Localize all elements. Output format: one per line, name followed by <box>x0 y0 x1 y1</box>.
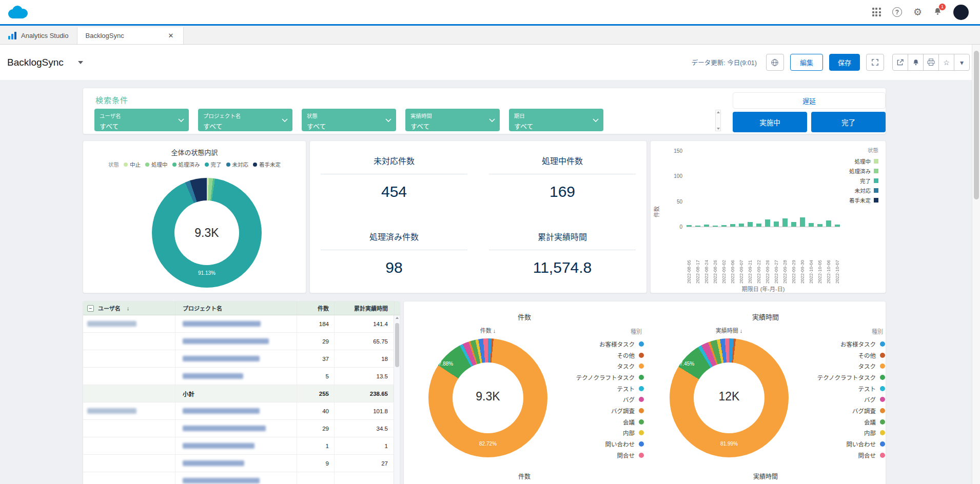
bar[interactable] <box>704 225 709 227</box>
header-count[interactable]: 件数 <box>297 301 335 315</box>
bar[interactable] <box>765 219 770 227</box>
table-row[interactable]: 11 <box>83 437 400 455</box>
legend-item[interactable]: 問合せ <box>576 450 644 461</box>
legend-item[interactable]: 会議 <box>576 416 644 428</box>
table-row[interactable]: 184141.4 <box>83 315 400 333</box>
bar[interactable] <box>809 223 814 227</box>
bar[interactable] <box>713 226 718 227</box>
legend-item[interactable]: 問い合わせ <box>817 438 885 450</box>
help-icon[interactable]: ? <box>892 7 902 17</box>
bar[interactable] <box>695 226 700 227</box>
legend-item[interactable]: バグ <box>576 394 644 405</box>
legend-item[interactable]: 中止 <box>124 160 141 168</box>
app-launcher-icon[interactable] <box>872 8 881 16</box>
legend-item[interactable]: 処理済み <box>172 160 200 168</box>
bar[interactable] <box>826 220 831 227</box>
bar[interactable] <box>835 225 840 227</box>
legend-item[interactable]: 未対応 <box>849 186 878 195</box>
table-row[interactable]: 927 <box>83 455 400 472</box>
table-row[interactable]: 3718 <box>83 350 400 368</box>
in-progress-button[interactable]: 実施中 <box>733 112 807 132</box>
legend-item[interactable]: 着手未定 <box>849 195 878 205</box>
legend-item[interactable]: 処理中 <box>145 160 168 168</box>
scrollbar-thumb[interactable] <box>395 323 399 367</box>
legend-item[interactable]: 処理済み <box>849 166 878 176</box>
filter-scrollbar[interactable] <box>715 110 721 131</box>
legend-item[interactable]: 問い合わせ <box>576 438 644 450</box>
legend-item[interactable]: 着手未定 <box>253 160 281 168</box>
explore-button[interactable] <box>766 54 784 71</box>
edit-button[interactable]: 編集 <box>790 54 823 71</box>
legend-item[interactable]: お客様タスク <box>576 338 644 350</box>
header-project[interactable]: プロジェクト名 <box>175 301 297 315</box>
bar[interactable] <box>730 224 735 227</box>
legend-item[interactable]: お客様タスク <box>817 338 885 350</box>
filter-dropdown-status[interactable]: 状態 すべて <box>302 109 396 131</box>
legend-item[interactable]: テスト <box>576 383 644 394</box>
fullscreen-button[interactable] <box>866 54 884 71</box>
filter-dropdown-hours[interactable]: 実績時間 すべて <box>405 109 500 131</box>
legend-item[interactable]: テクノクラフトタスク <box>817 372 885 383</box>
done-button[interactable]: 完了 <box>811 112 886 132</box>
bar[interactable] <box>739 224 744 227</box>
legend-item[interactable]: 会議 <box>817 416 885 428</box>
favorite-star-button[interactable]: ☆ <box>938 54 954 71</box>
page-scrollbar[interactable] <box>972 45 980 484</box>
legend-item[interactable]: 完了 <box>849 176 878 186</box>
legend-item[interactable]: タスク <box>817 360 885 372</box>
legend-item[interactable]: バグ <box>817 394 885 405</box>
avatar[interactable] <box>953 5 969 20</box>
legend-item[interactable]: その他 <box>817 350 885 361</box>
legend-item[interactable]: 未対応 <box>226 160 249 168</box>
salesforce-logo[interactable] <box>6 4 30 21</box>
more-actions-button[interactable]: ▾ <box>954 54 970 71</box>
scroll-up-icon[interactable] <box>396 317 399 319</box>
table-row[interactable] <box>83 472 400 484</box>
bar[interactable] <box>687 225 692 227</box>
legend-item[interactable]: その他 <box>576 350 644 361</box>
header-user[interactable]: − ユーザ名 ↓ <box>83 301 175 315</box>
bar[interactable] <box>721 225 727 227</box>
measure-sort-label[interactable]: 件数 ↓ <box>428 326 547 334</box>
scroll-down-icon[interactable] <box>717 128 720 130</box>
legend-item[interactable]: テクノクラフトタスク <box>576 372 644 383</box>
legend-item[interactable]: 処理中 <box>849 156 878 166</box>
notification-bell-icon[interactable]: 1 <box>933 7 942 18</box>
delay-toggle-button[interactable]: 遅延 <box>733 92 886 109</box>
legend-item[interactable]: テスト <box>817 383 885 394</box>
filter-dropdown-duedate[interactable]: 期日 すべて <box>509 109 603 131</box>
legend-item[interactable]: タスク <box>576 360 644 372</box>
tab-backlogsync[interactable]: BacklogSync ✕ <box>77 27 184 44</box>
share-button[interactable] <box>892 54 908 71</box>
legend-item[interactable]: バグ調査 <box>817 405 885 416</box>
save-button[interactable]: 保存 <box>829 54 860 71</box>
table-row[interactable]: 40101.8 <box>83 402 400 420</box>
bar[interactable] <box>782 218 788 227</box>
header-hours[interactable]: 累計実績時間 <box>335 301 395 315</box>
legend-item[interactable]: バグ調査 <box>576 405 644 416</box>
legend-item[interactable]: 完了 <box>205 160 222 168</box>
print-button[interactable] <box>923 54 939 71</box>
dashboard-title-menu[interactable]: BacklogSync <box>7 57 83 68</box>
close-icon[interactable]: ✕ <box>167 31 175 41</box>
table-row[interactable]: 2965.75 <box>83 333 400 350</box>
filter-dropdown-user[interactable]: ユーザ名 すべて <box>94 109 189 131</box>
tab-analytics-studio[interactable]: Analytics Studio <box>0 27 77 44</box>
legend-item[interactable]: 問合せ <box>817 450 885 461</box>
scrollbar-thumb[interactable] <box>974 51 979 199</box>
bar[interactable] <box>756 224 761 227</box>
table-row[interactable]: 513.5 <box>83 368 400 385</box>
bar[interactable] <box>817 224 822 227</box>
table-row[interactable]: 2934.5 <box>83 420 400 437</box>
filter-dropdown-project[interactable]: プロジェクト名 すべて <box>198 109 292 131</box>
bar[interactable] <box>748 222 753 227</box>
settings-gear-icon[interactable]: ⚙ <box>913 7 922 17</box>
scroll-up-icon[interactable] <box>717 111 720 113</box>
bar[interactable] <box>791 222 796 227</box>
collapse-icon[interactable]: − <box>87 305 94 312</box>
bar[interactable] <box>800 217 805 227</box>
legend-item[interactable]: 内部 <box>576 428 644 439</box>
table-scrollbar[interactable] <box>394 315 400 484</box>
legend-item[interactable]: 内部 <box>817 428 885 439</box>
bar[interactable] <box>774 221 779 227</box>
